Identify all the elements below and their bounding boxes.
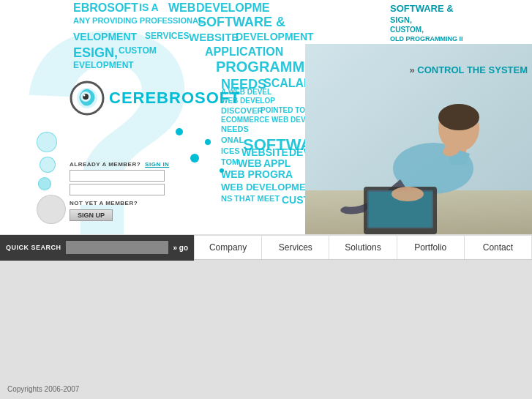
- sign-in-link[interactable]: SIGN IN: [145, 161, 169, 168]
- wordcloud-word: DEVELOPME: [196, 1, 269, 15]
- wordcloud-word: any providing professional: [73, 16, 203, 25]
- wordcloud-word: that meet: [234, 194, 280, 203]
- blue-dot-1: [176, 128, 183, 135]
- password-input[interactable]: [70, 184, 165, 195]
- not-yet-member-label: NOT YET A MEMBER?: [70, 200, 176, 206]
- wordcloud-word: NEEDS: [221, 124, 249, 133]
- control-the-system-text: » CONTROL THE SYSTEM: [409, 64, 532, 75]
- wordcloud-word: website: [241, 146, 288, 158]
- right-col-custom: custom,: [390, 26, 528, 34]
- wordcloud-word: WEB: [168, 1, 195, 15]
- nav-links: Company Services Solutions Portfolio Con…: [194, 236, 532, 259]
- already-member-label: ALREADY A MEMBER? SIGN IN: [70, 161, 176, 168]
- wordcloud-word: is a: [139, 1, 159, 13]
- nav-item-solutions[interactable]: Solutions: [329, 236, 397, 259]
- svg-point-10: [391, 187, 424, 201]
- wordcloud-word: ebroSoft: [73, 1, 138, 15]
- quick-search-go-button[interactable]: » go: [173, 244, 188, 252]
- right-col-prog: OLd programming II: [390, 35, 528, 42]
- nav-item-services[interactable]: Services: [262, 236, 329, 259]
- wordcloud-word: onal: [221, 135, 244, 144]
- navbar: QUICK SEARCH » go Company Services Solut…: [0, 234, 532, 260]
- nav-item-contact[interactable]: Contact: [465, 236, 532, 259]
- wordcloud-word: ESIGN,: [73, 45, 118, 61]
- quick-search-area: QUICK SEARCH » go: [0, 235, 194, 261]
- wordcloud-word: evelopment: [73, 60, 134, 70]
- wordcloud-word: website: [189, 31, 239, 43]
- right-col-sign: SIGN,: [390, 15, 528, 24]
- sign-up-button[interactable]: SIGN UP: [70, 209, 113, 221]
- quick-search-label: QUICK SEARCH: [6, 244, 61, 251]
- wordcloud-word: ices: [221, 146, 240, 155]
- login-box: ALREADY A MEMBER? SIGN IN NOT YET A MEMB…: [70, 161, 176, 221]
- logo-icon: [70, 81, 105, 116]
- wordcloud-word: APPL: [263, 157, 291, 169]
- svg-point-15: [83, 94, 86, 97]
- copyright-text: Copyrights 2006-2007: [7, 385, 79, 393]
- svg-point-4: [438, 104, 479, 130]
- arrow-icon: »: [409, 64, 414, 75]
- right-col-soft: SOFTWARE &: [390, 3, 528, 14]
- wordcloud-word: APPLICATION: [205, 45, 283, 59]
- blue-dot-2: [205, 139, 211, 145]
- wordcloud-word: WEB PROGRA: [221, 168, 293, 180]
- wordcloud-word: ns: [221, 194, 232, 203]
- logo-text: CEREBROSOFT: [109, 89, 241, 108]
- hero-section: ebroSoftis aWEBDEVELOPMEany providing pr…: [0, 0, 532, 234]
- decorative-circles: [37, 132, 66, 228]
- wordcloud-word: development: [236, 31, 314, 42]
- nav-item-company[interactable]: Company: [194, 236, 262, 259]
- footer-area: Copyrights 2006-2007: [0, 260, 532, 399]
- wordcloud-word: pointed to: [261, 106, 305, 114]
- blue-dot-4: [220, 168, 224, 173]
- wordcloud-word: velopment: [73, 31, 137, 42]
- wordcloud-word: custom: [119, 45, 157, 56]
- blue-dot-3: [190, 154, 199, 163]
- logo-area: CEREBROSOFT: [70, 81, 241, 116]
- nav-item-portfolio[interactable]: Portfolio: [397, 236, 465, 259]
- wordcloud-word: SOFTWARE &: [198, 15, 285, 30]
- wordcloud-word: tom: [221, 157, 239, 166]
- quick-search-input[interactable]: [66, 241, 169, 254]
- username-input[interactable]: [70, 170, 165, 182]
- wordcloud-word: services: [145, 31, 189, 41]
- wordcloud-word: WEB: [238, 157, 262, 169]
